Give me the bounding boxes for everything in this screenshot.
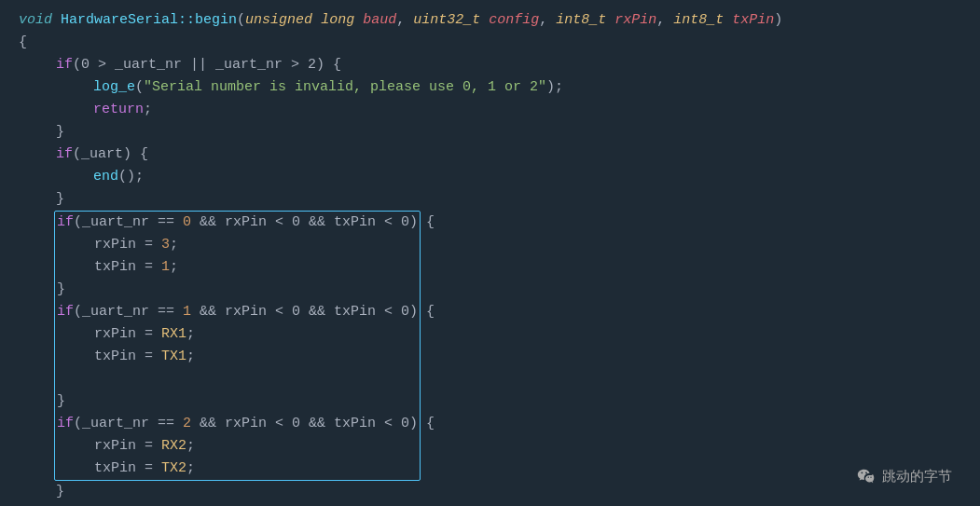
code-editor: void HardwareSerial::begin(unsigned long… <box>0 0 980 506</box>
code-line-20: txPin = TX2; <box>55 458 420 480</box>
code-line-18: if(_uart_nr == 2 && rxPin < 0 && txPin <… <box>55 413 420 435</box>
code-line-blank <box>55 368 420 390</box>
code-line-15: rxPin = RX1; <box>55 323 420 346</box>
code-line-11: rxPin = 3; <box>55 234 420 256</box>
code-line-21: } <box>19 481 980 503</box>
watermark-text: 跳动的字节 <box>882 465 952 487</box>
code-line-14: if(_uart_nr == 1 && rxPin < 0 && txPin <… <box>55 301 420 323</box>
code-line-7: if(_uart) { <box>19 144 980 166</box>
code-line-1: void HardwareSerial::begin(unsigned long… <box>19 9 980 32</box>
code-line-8: end(); <box>19 166 980 188</box>
code-line-19: rxPin = RX2; <box>55 435 420 458</box>
code-line-5: return; <box>19 99 980 121</box>
keyword-void: void <box>19 9 52 32</box>
code-line-12: txPin = 1; <box>55 256 420 279</box>
wechat-icon <box>856 466 876 486</box>
code-line-3: if(0 > _uart_nr || _uart_nr > 2) { <box>19 54 980 76</box>
log-fn: log_e <box>93 76 135 99</box>
code-line-16: txPin = TX1; <box>55 346 420 368</box>
code-line-10: if(_uart_nr == 0 && rxPin < 0 && txPin <… <box>55 212 420 234</box>
code-line-2: { <box>19 32 980 54</box>
highlight-block: if(_uart_nr == 0 && rxPin < 0 && txPin <… <box>54 211 421 481</box>
code-line-6: } <box>19 121 980 144</box>
code-line-4: log_e("Serial number is invalid, please … <box>19 76 980 99</box>
code-line-9: } <box>19 188 980 211</box>
code-line-17: } <box>55 390 420 413</box>
watermark: 跳动的字节 <box>856 465 952 487</box>
class-name: HardwareSerial:: <box>61 9 195 32</box>
function-name: begin <box>195 9 237 32</box>
code-line-13: } <box>55 279 420 301</box>
